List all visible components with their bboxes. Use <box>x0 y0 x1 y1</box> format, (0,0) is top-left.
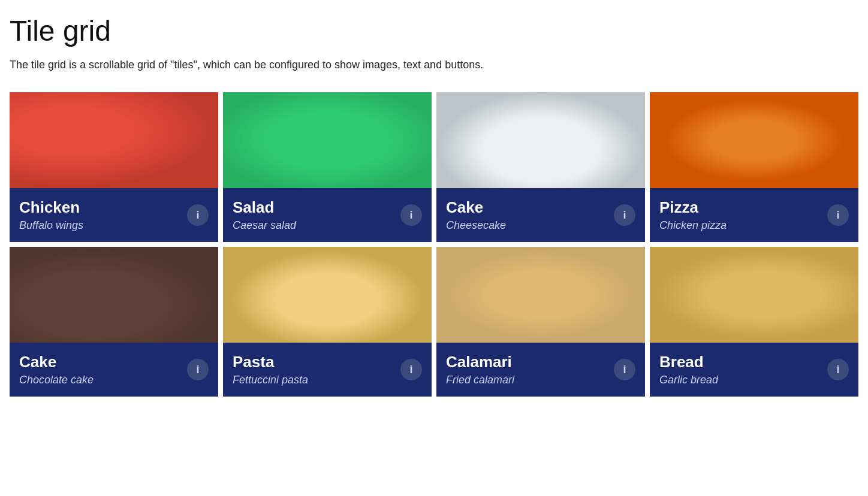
tile-image-salad <box>223 92 432 188</box>
tile-pasta[interactable]: PastaFettuccini pastai <box>223 247 432 397</box>
tile-salad[interactable]: SaladCaesar saladi <box>223 92 432 242</box>
info-button-pasta[interactable]: i <box>400 359 422 380</box>
tile-image-cake-choc <box>10 247 218 343</box>
tile-image-bread <box>650 247 858 343</box>
tile-calamari[interactable]: CalamariFried calamarii <box>436 247 645 397</box>
tile-bread[interactable]: BreadGarlic breadi <box>650 247 858 397</box>
tile-image-pasta <box>223 247 432 343</box>
tile-title-pasta: Pasta <box>233 353 393 371</box>
tile-subtitle-cake-cheese: Cheesecake <box>446 219 607 232</box>
tile-image-cake-cheese <box>436 92 645 188</box>
tile-subtitle-pasta: Fettuccini pasta <box>233 374 393 386</box>
tile-image-chicken <box>10 92 218 188</box>
tile-subtitle-bread: Garlic bread <box>659 374 820 386</box>
info-button-chicken[interactable]: i <box>187 204 209 226</box>
info-button-cake-choc[interactable]: i <box>187 359 209 380</box>
tile-title-cake-cheese: Cake <box>446 198 607 217</box>
info-button-bread[interactable]: i <box>827 359 849 380</box>
page-title: Tile grid <box>10 14 858 47</box>
tile-title-pizza: Pizza <box>659 198 820 217</box>
tile-cake-cheese[interactable]: CakeCheesecakei <box>436 92 645 242</box>
tile-title-salad: Salad <box>233 198 393 217</box>
tile-image-pizza <box>650 92 858 188</box>
tile-cake-choc[interactable]: CakeChocolate cakei <box>10 247 218 397</box>
tile-title-chicken: Chicken <box>19 198 180 217</box>
tile-chicken[interactable]: ChickenBuffalo wingsi <box>10 92 218 242</box>
tile-title-cake-choc: Cake <box>19 353 180 371</box>
tile-subtitle-cake-choc: Chocolate cake <box>19 374 180 386</box>
info-button-pizza[interactable]: i <box>827 204 849 226</box>
tile-subtitle-chicken: Buffalo wings <box>19 219 180 232</box>
tile-grid: ChickenBuffalo wingsiSaladCaesar saladiC… <box>10 92 858 397</box>
tile-subtitle-salad: Caesar salad <box>233 219 393 232</box>
info-button-cake-cheese[interactable]: i <box>614 204 635 226</box>
tile-image-calamari <box>436 247 645 343</box>
tile-title-calamari: Calamari <box>446 353 607 371</box>
tile-subtitle-calamari: Fried calamari <box>446 374 607 386</box>
info-button-salad[interactable]: i <box>400 204 422 226</box>
page-description: The tile grid is a scrollable grid of "t… <box>10 57 858 73</box>
info-button-calamari[interactable]: i <box>614 359 635 380</box>
tile-subtitle-pizza: Chicken pizza <box>659 219 820 232</box>
tile-title-bread: Bread <box>659 353 820 371</box>
tile-pizza[interactable]: PizzaChicken pizzai <box>650 92 858 242</box>
